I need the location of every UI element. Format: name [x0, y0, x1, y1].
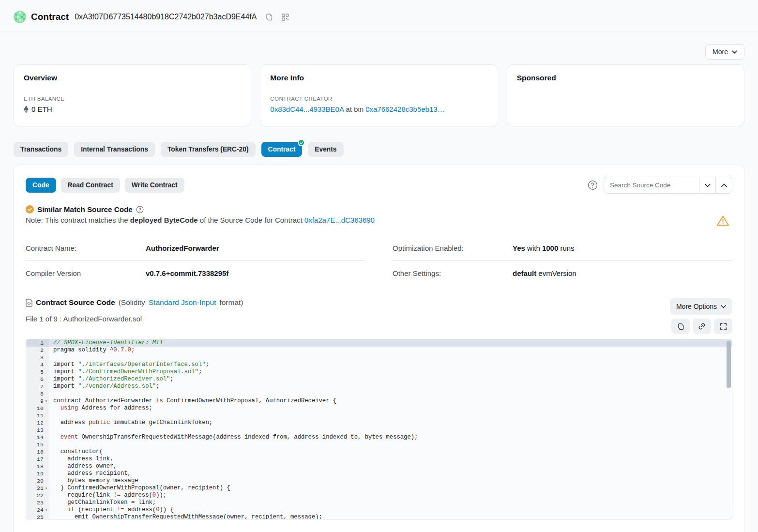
code-text: address link, [49, 456, 113, 463]
line-number[interactable]: 16 [26, 448, 49, 456]
code-line: 13 [26, 426, 732, 434]
code-text: address recipient, [49, 470, 131, 477]
search-source-input[interactable] [604, 177, 699, 194]
line-number[interactable]: 1 [26, 339, 49, 347]
overview-card: Overview ETH BALANCE 0 ETH [14, 64, 251, 126]
line-number[interactable]: 7 [26, 383, 49, 390]
line-number[interactable]: 18 [26, 463, 49, 470]
code-text [49, 441, 53, 448]
code-line: 18 address owner, [26, 463, 732, 470]
code-text: getChainlinkToken = link; [49, 499, 156, 506]
creator-address-link[interactable]: 0x83dC44...4933BE0A [270, 105, 344, 113]
code-line: 10 using Address for address; [26, 405, 732, 412]
matched-contract-link[interactable]: 0xfa2a7E...dC363690 [304, 216, 375, 224]
code-line: 22 require(link != address(0)); [26, 492, 732, 499]
line-number[interactable]: 4 [26, 361, 49, 368]
more-info-card: More Info CONTRACT CREATOR 0x83dC44...49… [260, 64, 498, 126]
optimization-value: Yes with 1000 runs [513, 244, 575, 252]
expand-button[interactable] [714, 319, 732, 334]
search-prev-button[interactable] [715, 177, 732, 194]
subtab-write-contract[interactable]: Write Contract [125, 178, 184, 193]
similar-match-section: Similar Match Source Code Note: This con… [26, 205, 732, 224]
help-icon[interactable] [588, 180, 598, 190]
code-editor[interactable]: 1// SPDX-License-Identifier: MIT2pragma … [26, 339, 732, 519]
source-code-heading: Contract Source Code [36, 298, 115, 307]
code-text: emit OwnershipTransferRequestedWithMessa… [49, 514, 322, 519]
code-text [49, 354, 53, 361]
more-info-title: More Info [270, 74, 487, 82]
chevron-up-icon [721, 183, 727, 187]
compiler-version-label: Compiler Version [26, 269, 146, 277]
sponsored-title: Sponsored [517, 74, 734, 82]
code-line: 17 address link, [26, 456, 732, 463]
line-number[interactable]: 8 [26, 390, 49, 397]
tab-contract[interactable]: Contract [261, 142, 303, 157]
contract-name-value: AuthorizedForwarder [146, 244, 219, 252]
line-number[interactable]: 15 [26, 441, 49, 448]
more-options-button[interactable]: More Options [670, 298, 732, 315]
link-icon [698, 322, 706, 330]
json-input-link[interactable]: Standard Json-Input [149, 298, 216, 307]
format-suffix: format) [219, 298, 243, 307]
permalink-button[interactable] [693, 319, 711, 334]
line-number[interactable]: 12 [26, 419, 49, 426]
line-number[interactable]: 21▾ [26, 485, 49, 492]
format-prefix: (Solidity [119, 298, 145, 307]
line-number[interactable]: 20 [26, 477, 49, 485]
fold-toggle-icon[interactable]: ▾ [44, 506, 49, 514]
line-number[interactable]: 25 [26, 514, 49, 519]
tab-contract-label: Contract [268, 146, 296, 153]
tab-transactions[interactable]: Transactions [14, 142, 68, 157]
search-next-button[interactable] [699, 177, 716, 194]
line-number[interactable]: 3 [26, 354, 49, 361]
code-text [49, 426, 53, 434]
code-line: 24▾ if (recipient != address(0)) { [26, 506, 732, 514]
other-settings-label: Other Settings: [393, 269, 513, 277]
chevron-down-icon [705, 183, 711, 187]
line-number[interactable]: 10 [26, 405, 49, 412]
copy-address-icon[interactable] [265, 13, 273, 21]
code-line: 20 bytes memory message [26, 477, 732, 485]
line-number[interactable]: 24▾ [26, 506, 49, 514]
similar-match-heading: Similar Match Source Code [37, 205, 133, 213]
line-number[interactable]: 5 [26, 368, 49, 376]
code-text: constructor( [49, 448, 103, 456]
eth-icon [24, 106, 29, 113]
eth-balance-label: ETH BALANCE [24, 96, 241, 102]
line-number[interactable]: 9▾ [26, 397, 49, 405]
subtab-bar: Code Read Contract Write Contract [26, 178, 184, 193]
code-line: 9▾contract AuthorizedForwarder is Confir… [26, 397, 732, 405]
qr-code-icon[interactable] [282, 14, 289, 21]
more-button[interactable]: More [705, 44, 744, 60]
line-number[interactable]: 17 [26, 456, 49, 463]
editor-scrollbar[interactable] [727, 341, 731, 388]
sponsored-card: Sponsored [507, 64, 744, 126]
line-number[interactable]: 2 [26, 347, 49, 354]
line-number[interactable]: 13 [26, 426, 49, 434]
creation-txn-link[interactable]: 0xa7662428c3b5eb13… [365, 105, 444, 113]
tab-token-transfers[interactable]: Token Transfers (ERC-20) [161, 142, 256, 157]
scrollbar-thumb[interactable] [727, 341, 731, 388]
line-number[interactable]: 11 [26, 412, 49, 419]
code-text: ) ConfirmedOwnerWithProposal(owner, reci… [49, 485, 230, 492]
warning-triangle-icon[interactable] [716, 215, 729, 228]
file-info: File 1 of 9 : AuthorizedForwarder.sol [26, 315, 243, 323]
code-text: contract AuthorizedForwarder is Confirme… [49, 397, 336, 405]
tab-internal-transactions[interactable]: Internal Transactions [74, 142, 155, 157]
code-line: 2pragma solidity ^0.7.0; [26, 347, 732, 354]
line-number[interactable]: 22 [26, 492, 49, 499]
subtab-code[interactable]: Code [26, 178, 56, 193]
copy-source-button[interactable] [671, 319, 690, 334]
line-number[interactable]: 14 [26, 434, 49, 441]
line-number[interactable]: 19 [26, 470, 49, 477]
contract-metadata: Contract Name: AuthorizedForwarder Compi… [26, 236, 732, 286]
note-prefix: Note: This contract matches the [26, 216, 130, 224]
tab-events[interactable]: Events [308, 142, 343, 157]
fold-toggle-icon[interactable]: ▾ [44, 485, 49, 492]
subtab-read-contract[interactable]: Read Contract [61, 178, 120, 193]
line-number[interactable]: 6 [26, 376, 49, 383]
fold-toggle-icon[interactable]: ▾ [44, 397, 49, 405]
code-text: using Address for address; [49, 405, 152, 412]
help-icon[interactable] [136, 206, 144, 213]
line-number[interactable]: 23 [26, 499, 49, 506]
